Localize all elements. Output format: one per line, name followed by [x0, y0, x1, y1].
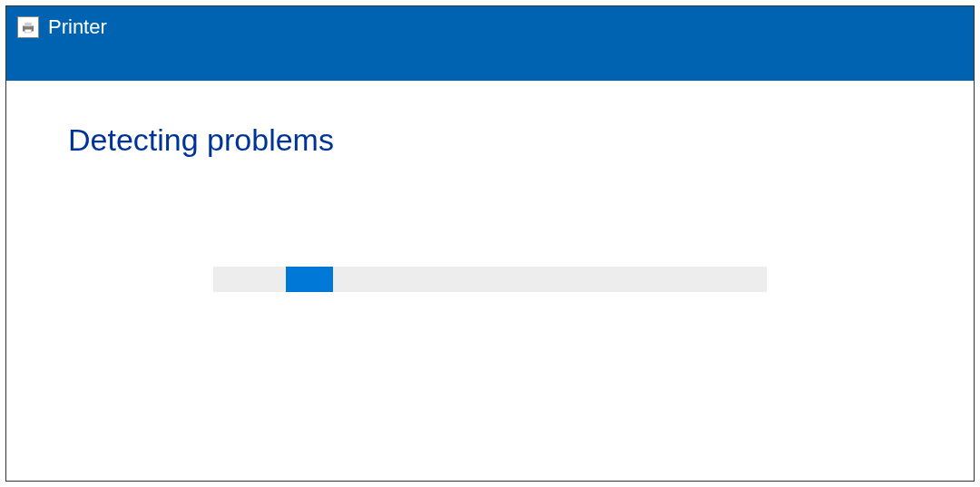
status-heading: Detecting problems [68, 122, 912, 158]
svg-rect-1 [24, 23, 32, 27]
titlebar: Printer [6, 6, 974, 81]
window-title: Printer [48, 15, 107, 39]
titlebar-inner: Printer [17, 15, 107, 39]
printer-troubleshooter-icon [17, 16, 39, 38]
progress-container [68, 267, 912, 292]
content-area: Detecting problems [6, 81, 974, 481]
progress-bar [213, 267, 767, 292]
troubleshooter-window: Printer Detecting problems [5, 5, 975, 482]
printer-icon [20, 19, 36, 35]
progress-indicator [286, 267, 333, 292]
svg-rect-2 [24, 29, 32, 33]
